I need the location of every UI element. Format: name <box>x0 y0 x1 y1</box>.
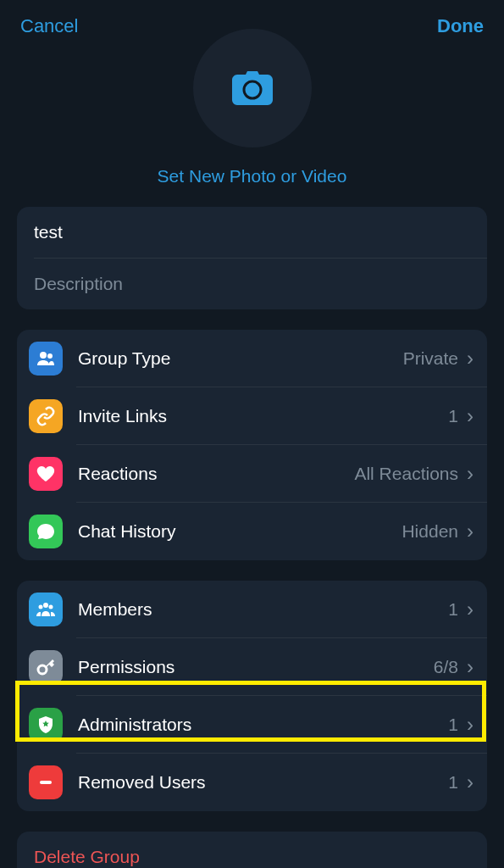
group-name-input[interactable]: test <box>17 207 487 258</box>
members-icon <box>29 593 63 626</box>
heart-icon <box>29 457 63 491</box>
members-row[interactable]: Members1› <box>17 581 487 638</box>
chevron-right-icon: › <box>467 713 474 737</box>
delete-group-button[interactable]: Delete Group <box>17 832 487 868</box>
members-card: Members1›Permissions6/8›Administrators1›… <box>17 581 487 811</box>
chat-history-row[interactable]: Chat HistoryHidden› <box>17 503 487 560</box>
invite-links-row[interactable]: Invite Links1› <box>17 387 487 445</box>
row-value: 1 <box>448 715 458 735</box>
done-button[interactable]: Done <box>437 15 484 37</box>
row-value: 6/8 <box>434 657 458 677</box>
permissions-row[interactable]: Permissions6/8› <box>17 638 487 696</box>
photo-picker-button[interactable] <box>193 29 312 147</box>
chevron-right-icon: › <box>467 655 474 679</box>
row-label: Removed Users <box>78 772 448 793</box>
settings-card: Group TypePrivate›Invite Links1›Reaction… <box>17 330 487 560</box>
shield-icon <box>29 708 63 742</box>
row-label: Reactions <box>78 464 354 484</box>
info-card: test Description <box>17 207 487 309</box>
svg-rect-7 <box>40 781 52 784</box>
chevron-right-icon: › <box>467 347 474 370</box>
row-value: 1 <box>448 406 458 426</box>
chat-icon <box>29 515 63 548</box>
set-photo-link[interactable]: Set New Photo or Video <box>158 166 347 186</box>
key-icon <box>29 650 63 684</box>
people-icon <box>29 342 63 376</box>
cancel-button[interactable]: Cancel <box>20 15 78 37</box>
row-value: Private <box>403 348 458 369</box>
row-label: Administrators <box>78 715 448 735</box>
chevron-right-icon: › <box>467 520 474 543</box>
svg-point-4 <box>39 605 43 609</box>
delete-group-label: Delete Group <box>34 847 470 867</box>
administrators-row[interactable]: Administrators1› <box>17 696 487 754</box>
chevron-right-icon: › <box>467 771 474 794</box>
group-type-row[interactable]: Group TypePrivate› <box>17 330 487 387</box>
chevron-right-icon: › <box>467 598 474 621</box>
removed-users-row[interactable]: Removed Users1› <box>17 754 487 811</box>
svg-point-3 <box>43 603 48 608</box>
chevron-right-icon: › <box>467 462 474 486</box>
chevron-right-icon: › <box>467 404 474 428</box>
row-label: Chat History <box>78 521 402 542</box>
camera-icon <box>232 71 273 105</box>
row-label: Group Type <box>78 348 403 369</box>
photo-section: Set New Photo or Video <box>0 29 504 186</box>
row-value: Hidden <box>402 521 458 542</box>
svg-point-1 <box>40 352 47 359</box>
row-label: Members <box>78 599 448 620</box>
row-label: Invite Links <box>78 406 448 426</box>
minus-icon <box>29 765 63 799</box>
svg-point-5 <box>49 605 53 609</box>
row-value: 1 <box>448 772 458 793</box>
description-input[interactable]: Description <box>17 259 487 309</box>
svg-point-2 <box>47 353 53 359</box>
row-label: Permissions <box>78 657 434 677</box>
row-value: 1 <box>448 599 458 620</box>
reactions-row[interactable]: ReactionsAll Reactions› <box>17 445 487 503</box>
link-icon <box>29 399 63 433</box>
row-value: All Reactions <box>354 464 458 484</box>
